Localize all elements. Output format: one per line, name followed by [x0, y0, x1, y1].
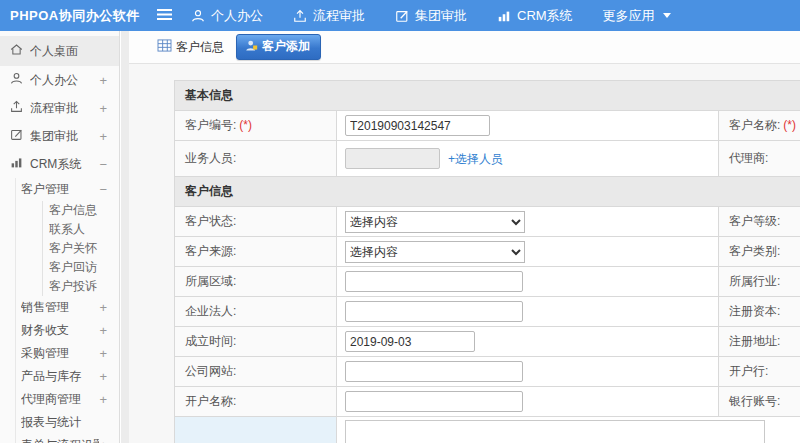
sidebar-item-workflow-approval[interactable]: 流程审批 + [0, 94, 119, 122]
hamburger-icon [156, 7, 173, 25]
menu-item-more-apps[interactable]: 更多应用 [603, 7, 671, 25]
region-input[interactable] [345, 271, 523, 292]
field-label: 代理商: [729, 151, 768, 165]
sidebar-item-contacts[interactable]: 联系人 [43, 220, 119, 239]
field-label: 客户编号: [185, 118, 236, 132]
field-label: 注册地址: [729, 334, 780, 348]
remark-textarea[interactable] [345, 420, 765, 443]
business-person-input[interactable] [345, 148, 440, 169]
customer-source-select[interactable]: 选择内容 [345, 241, 525, 263]
row-customer-code: 客户编号:(*) 客户名称:(*) [175, 111, 800, 141]
collapse-icon[interactable]: − [99, 157, 107, 172]
section-header-basic: 基本信息 [175, 81, 800, 111]
expand-icon[interactable]: + [99, 346, 107, 361]
sidebar-item-personal-office[interactable]: 个人办公 + [0, 66, 119, 94]
sidebar-item-sales-mgmt[interactable]: 销售管理 + [16, 296, 119, 319]
top-header: PHPOA协同办公软件 个人办公 流程审批 集团审批 [0, 0, 800, 31]
table-grid-icon [157, 39, 172, 55]
expand-icon[interactable]: + [99, 323, 107, 338]
tab-customer-add[interactable]: 客户添加 [236, 34, 321, 60]
row-website: 公司网站: 开户行: [175, 357, 800, 387]
bar-chart-icon [497, 9, 511, 23]
sidebar-item-group-approval[interactable]: 集团审批 + [0, 122, 119, 150]
menu-toggle-button[interactable] [156, 7, 173, 25]
person-icon [10, 72, 30, 88]
home-icon [10, 43, 30, 59]
field-label: 公司网站: [185, 364, 236, 378]
row-legal-person: 企业法人: 注册资本: [175, 297, 800, 327]
legal-person-input[interactable] [345, 301, 523, 322]
expand-icon[interactable]: + [99, 438, 107, 443]
row-founded-date: 成立时间: 注册地址: [175, 327, 800, 357]
chevron-down-icon [663, 13, 671, 18]
field-label: 客户名称: [729, 118, 780, 132]
sidebar-item-crm[interactable]: CRM系统 − [0, 150, 119, 178]
sidebar-gutter [121, 31, 129, 443]
field-label: 客户等级: [729, 214, 780, 228]
expand-icon[interactable]: + [99, 369, 107, 384]
row-customer-status: 客户状态: 选择内容 客户等级: [175, 207, 800, 237]
upload-icon [293, 9, 307, 23]
sidebar-item-customer-visit[interactable]: 客户回访 [43, 258, 119, 277]
crm-submenu: 客户管理 − 客户信息 联系人 客户关怀 客户回访 客户投诉 销售管理 + [15, 178, 119, 443]
menu-item-crm[interactable]: CRM系统 [497, 7, 573, 25]
expand-icon[interactable]: + [99, 73, 107, 88]
field-label: 业务人员: [185, 151, 236, 165]
field-label: 所属行业: [729, 274, 780, 288]
upload-icon [10, 100, 30, 116]
field-label: 开户名称: [185, 394, 236, 408]
expand-icon[interactable]: + [99, 101, 107, 116]
field-label: 客户来源: [185, 244, 236, 258]
field-label: 所属区域: [185, 274, 236, 288]
form-content: 基本信息 客户编号:(*) 客户名称:(*) 业务人员: +选择人员 代理商: … [129, 64, 800, 443]
select-person-link[interactable]: +选择人员 [448, 152, 503, 166]
menu-item-group-approval[interactable]: 集团审批 [395, 7, 467, 25]
account-name-input[interactable] [345, 391, 523, 412]
customer-code-input[interactable] [345, 115, 490, 136]
required-marker: (*) [783, 118, 796, 132]
field-label: 银行账号: [729, 394, 780, 408]
bar-chart-icon [10, 156, 30, 172]
expand-icon[interactable]: + [99, 300, 107, 315]
founded-date-input[interactable] [345, 331, 475, 352]
main-area: 客户信息 客户添加 基本信息 客户编号:(*) 客户名称:(*) 业 [129, 31, 800, 443]
website-input[interactable] [345, 361, 523, 382]
row-account-name: 开户名称: 银行账号: [175, 387, 800, 417]
edit-icon [10, 128, 30, 144]
sidebar-item-product-inventory[interactable]: 产品与库存 + [16, 365, 119, 388]
sidebar-item-customer-care[interactable]: 客户关怀 [43, 239, 119, 258]
required-marker: (*) [239, 118, 252, 132]
field-label: 企业法人: [185, 304, 236, 318]
sidebar-item-customer-complaint[interactable]: 客户投诉 [43, 277, 119, 296]
sidebar-item-form-flow-settings[interactable]: 表单与流程设置 + [16, 434, 119, 443]
field-label: 客户状态: [185, 214, 236, 228]
sidebar-item-agent-mgmt[interactable]: 代理商管理 + [16, 388, 119, 411]
field-label: 客户类别: [729, 244, 780, 258]
menu-item-personal-office[interactable]: 个人办公 [191, 7, 263, 25]
sidebar-item-desktop[interactable]: 个人桌面 [0, 36, 119, 66]
customer-status-select[interactable]: 选择内容 [345, 211, 525, 233]
expand-icon[interactable]: + [99, 392, 107, 407]
sidebar-item-purchase-mgmt[interactable]: 采购管理 + [16, 342, 119, 365]
field-label: 注册资本: [729, 304, 780, 318]
field-label: 开户行: [729, 364, 768, 378]
app-logo: PHPOA协同办公软件 [0, 7, 148, 25]
add-user-icon [245, 39, 258, 55]
customer-add-form: 基本信息 客户编号:(*) 客户名称:(*) 业务人员: +选择人员 代理商: … [174, 80, 800, 443]
section-header-customer: 客户信息 [175, 177, 800, 207]
tab-bar: 客户信息 客户添加 [129, 31, 800, 64]
field-label: 成立时间: [185, 334, 236, 348]
collapse-icon[interactable]: − [99, 182, 107, 197]
person-icon [191, 9, 205, 23]
sidebar-item-reports[interactable]: 报表与统计 [16, 411, 119, 434]
tab-customer-info[interactable]: 客户信息 [157, 39, 224, 56]
sidebar-item-finance[interactable]: 财务收支 + [16, 319, 119, 342]
customer-mgmt-submenu: 客户信息 联系人 客户关怀 客户回访 客户投诉 [42, 201, 119, 296]
expand-icon[interactable]: + [99, 129, 107, 144]
top-menu: 个人办公 流程审批 集团审批 CRM系统 更多应用 [191, 7, 671, 25]
edit-icon [395, 9, 409, 23]
sidebar-item-customer-info[interactable]: 客户信息 [43, 201, 119, 220]
sidebar-item-customer-mgmt[interactable]: 客户管理 − [16, 178, 119, 201]
menu-item-workflow-approval[interactable]: 流程审批 [293, 7, 365, 25]
row-remark [175, 417, 800, 443]
